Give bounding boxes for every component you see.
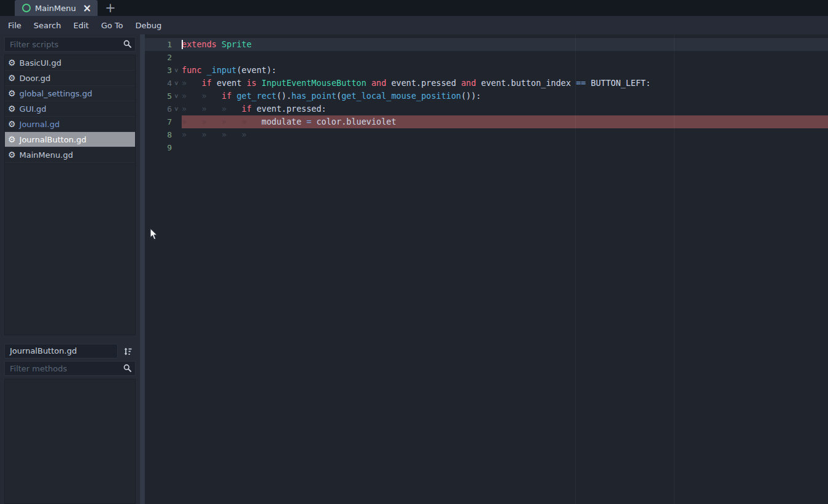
code-line-9[interactable]: 9: [145, 141, 828, 154]
code-segment: has_point: [292, 91, 336, 101]
script-item-global-settings-gd[interactable]: ⚙global_settings.gd: [5, 86, 135, 101]
filter-scripts-input[interactable]: [4, 37, 136, 52]
code-segment: event.pressed: [386, 78, 461, 88]
tab-marker: »: [222, 104, 242, 114]
code-line-2[interactable]: 2: [145, 51, 828, 64]
code-text[interactable]: extends Sprite: [182, 38, 828, 51]
fold-arrow-icon[interactable]: >: [172, 66, 182, 74]
code-segment: if: [202, 78, 212, 88]
tab-marker: »: [222, 130, 242, 139]
code-segment: (event):: [236, 65, 276, 75]
code-segment: if: [242, 104, 252, 114]
fold-arrow-icon[interactable]: >: [172, 79, 182, 87]
code-text[interactable]: » » » »: [182, 128, 828, 141]
tab-marker: »: [182, 78, 202, 88]
code-line-7[interactable]: 7» » » » modulate = color.blueviolet: [145, 115, 828, 128]
code-segment: event.pressed:: [252, 104, 327, 114]
script-icon: ⚙: [8, 150, 16, 159]
current-script-row: JournalButton.gd: [4, 344, 136, 359]
script-item-journalbutton-gd[interactable]: ⚙JournalButton.gd: [5, 132, 135, 147]
code-line-4[interactable]: 4>» if event is InputEventMouseButton an…: [145, 77, 828, 90]
script-name-label: GUI.gd: [20, 104, 47, 114]
code-line-1[interactable]: 1extends Sprite: [145, 38, 828, 51]
tab-marker: »: [202, 104, 222, 114]
script-item-basicui-gd[interactable]: ⚙BasicUI.gd: [5, 55, 135, 71]
methods-list: [4, 379, 136, 504]
code-segment: event: [212, 78, 247, 88]
tab-marker: »: [202, 91, 222, 101]
code-text[interactable]: » » » » modulate = color.blueviolet: [182, 115, 828, 128]
script-name-label: Door.gd: [20, 74, 51, 83]
code-segment: func: [182, 65, 202, 75]
code-segment: if: [222, 91, 231, 101]
script-name-label: JournalButton.gd: [20, 135, 87, 144]
script-icon: ⚙: [8, 135, 16, 144]
scripts-list: ⚙BasicUI.gd⚙Door.gd⚙global_settings.gd⚙G…: [4, 55, 136, 335]
line-number: 1: [145, 40, 172, 49]
code-segment: modulate: [261, 117, 306, 126]
code-line-8[interactable]: 8» » » »: [145, 128, 828, 141]
code-segment: ==: [576, 78, 586, 88]
sidebar-splitter[interactable]: [140, 34, 145, 504]
code-segment: [257, 78, 261, 88]
code-segment: extends: [182, 39, 217, 49]
code-line-3[interactable]: 3>func _input(event):: [145, 64, 828, 77]
script-icon: ⚙: [8, 89, 16, 98]
script-icon: ⚙: [8, 74, 16, 82]
code-segment: is: [247, 78, 257, 88]
tab-marker: »: [202, 130, 222, 139]
godot-script-editor: { "scene_tabs": { "tabs": [ { "label": "…: [0, 0, 828, 504]
code-text[interactable]: » » » if event.pressed:: [182, 103, 828, 115]
scene-tab-mainmenu[interactable]: MainMenu ×: [15, 0, 98, 16]
code-segment: and: [461, 78, 476, 88]
current-script-name: JournalButton.gd: [4, 344, 118, 359]
tab-marker: »: [242, 130, 262, 139]
script-name-label: global_settings.gd: [20, 89, 93, 98]
script-item-journal-gd[interactable]: ⚙Journal.gd: [5, 117, 135, 132]
code-text[interactable]: » if event is InputEventMouseButton and …: [182, 77, 828, 90]
filter-scripts-box: [4, 37, 136, 52]
script-name-label: MainMenu.gd: [20, 150, 73, 160]
search-icon: [123, 40, 131, 48]
code-segment: _input: [207, 65, 237, 75]
code-segment: [217, 39, 222, 49]
search-icon: [123, 364, 131, 372]
code-segment: InputEventMouseButton: [261, 78, 366, 88]
tab-marker: »: [202, 117, 222, 126]
script-icon: ⚙: [8, 120, 16, 128]
line-number: 5: [145, 91, 172, 101]
line-number: 3: [145, 66, 172, 75]
code-segment: color.blueviolet: [311, 117, 396, 126]
tab-marker: »: [182, 130, 202, 139]
code-text[interactable]: func _input(event):: [182, 64, 828, 77]
sort-scripts-button[interactable]: [120, 344, 136, 359]
menu-search[interactable]: Search: [28, 21, 68, 30]
script-icon: ⚙: [8, 58, 16, 67]
code-line-5[interactable]: 5>» » if get_rect().has_point(get_local_…: [145, 90, 828, 103]
code-segment: ()):: [461, 91, 481, 101]
script-item-mainmenu-gd[interactable]: ⚙MainMenu.gd: [5, 147, 135, 163]
fold-arrow-icon[interactable]: >: [172, 92, 182, 100]
code-text[interactable]: » » if get_rect().has_point(get_local_mo…: [182, 90, 828, 103]
tab-marker: »: [182, 117, 202, 126]
script-item-gui-gd[interactable]: ⚙GUI.gd: [5, 101, 135, 117]
menu-debug[interactable]: Debug: [129, 21, 168, 30]
code-editor[interactable]: 1extends Sprite23>func _input(event):4>»…: [145, 34, 828, 504]
text-caret: [182, 40, 183, 49]
tab-marker: »: [222, 117, 242, 126]
menu-file[interactable]: File: [2, 21, 28, 30]
fold-arrow-icon[interactable]: >: [172, 105, 182, 113]
code-segment: get_rect: [236, 91, 276, 101]
script-item-door-gd[interactable]: ⚙Door.gd: [5, 71, 135, 86]
add-scene-tab-button[interactable]: +: [105, 2, 116, 14]
menu-edit[interactable]: Edit: [67, 21, 95, 30]
tab-marker: »: [182, 91, 202, 101]
filter-methods-input[interactable]: [4, 361, 136, 376]
code-segment: Sprite: [222, 39, 252, 49]
menu-bar: FileSearchEditGo ToDebug: [0, 16, 828, 34]
code-segment: event.button_index: [476, 78, 576, 88]
menu-go-to[interactable]: Go To: [95, 21, 130, 30]
code-line-6[interactable]: 6>» » » if event.pressed:: [145, 103, 828, 115]
close-icon[interactable]: ×: [83, 4, 91, 12]
sort-icon: [123, 347, 133, 356]
